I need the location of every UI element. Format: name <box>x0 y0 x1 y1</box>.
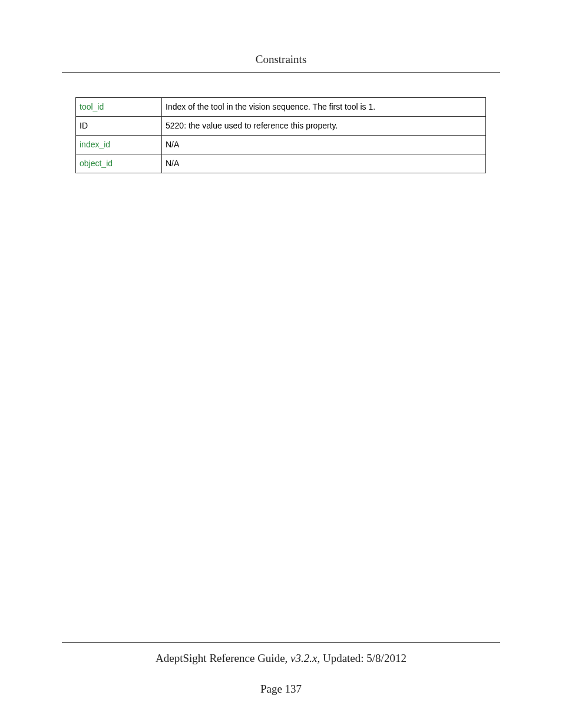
table-cell-key: index_id <box>76 135 162 154</box>
footer-updated-label: , Updated: <box>317 652 366 664</box>
table-cell-value: Index of the tool in the vision sequence… <box>162 98 486 117</box>
table-row: tool_id Index of the tool in the vision … <box>76 98 486 117</box>
footer-reference-line: AdeptSight Reference Guide, v3.2.x, Upda… <box>62 652 500 665</box>
footer-guide-name: AdeptSight Reference Guide <box>156 652 285 664</box>
table-cell-key: object_id <box>76 154 162 173</box>
page-header-title: Constraints <box>62 53 500 66</box>
table-cell-key: ID <box>76 116 162 135</box>
footer-version: , v3.2.x <box>285 652 318 664</box>
table-cell-value: N/A <box>162 154 486 173</box>
table-cell-value: N/A <box>162 135 486 154</box>
table-cell-key: tool_id <box>76 98 162 117</box>
table-row: index_id N/A <box>76 135 486 154</box>
header-divider <box>62 72 500 73</box>
properties-table: tool_id Index of the tool in the vision … <box>75 97 486 173</box>
table-cell-value: 5220: the value used to reference this p… <box>162 116 486 135</box>
footer-page-number: Page 137 <box>62 683 500 696</box>
table-row: object_id N/A <box>76 154 486 173</box>
footer-divider <box>62 642 500 643</box>
page-footer: AdeptSight Reference Guide, v3.2.x, Upda… <box>62 642 500 696</box>
table-row: ID 5220: the value used to reference thi… <box>76 116 486 135</box>
footer-updated-date: 5/8/2012 <box>366 652 406 664</box>
